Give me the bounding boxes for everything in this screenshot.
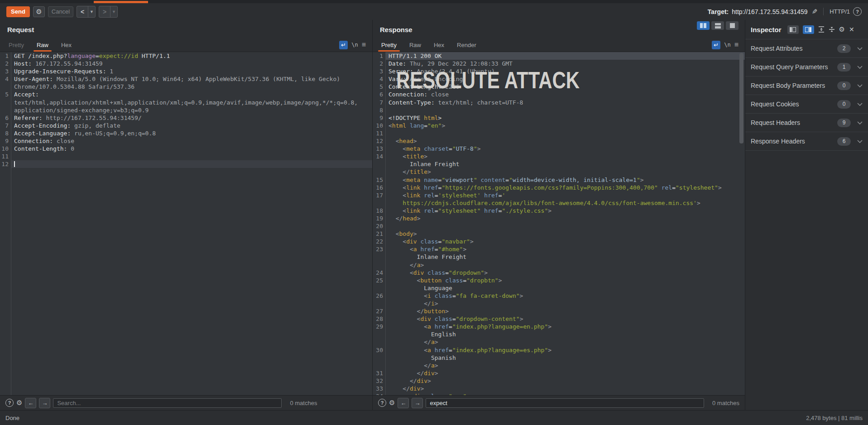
code-line[interactable]: 11	[0, 153, 372, 160]
code-line[interactable]: 12	[0, 160, 372, 168]
search-next-button[interactable]: →	[39, 398, 50, 408]
code-line[interactable]: 2Host: 167.172.55.94:31459	[0, 60, 372, 67]
request-editor[interactable]: 1GET /index.php?language=expect://id HTT…	[0, 52, 372, 395]
code-line[interactable]: 26 <i class="fa fa-caret-down">	[373, 292, 745, 300]
response-scrollbar[interactable]	[739, 53, 743, 143]
word-wrap-toggle-icon[interactable]: ↵	[712, 41, 720, 49]
search-prev-button[interactable]: ←	[398, 398, 409, 408]
code-line[interactable]: 18 <link rel="stylesheet" href="./style.…	[373, 207, 745, 215]
code-line[interactable]: 32 </div>	[373, 377, 745, 385]
editor-menu-icon[interactable]: ≡	[362, 41, 366, 49]
code-line[interactable]: </a>	[373, 261, 745, 269]
code-line[interactable]: 6Connection: close	[373, 91, 745, 98]
back-button[interactable]: <	[77, 6, 88, 17]
code-line[interactable]: 4Vary: Accept-Encoding	[373, 75, 745, 83]
code-line[interactable]: 27 </button>	[373, 307, 745, 315]
code-line[interactable]: 6Referer: http://167.172.55.94:31459/	[0, 114, 372, 122]
code-line[interactable]: 14 <title>	[373, 153, 745, 160]
code-line[interactable]: Inlane Freight	[373, 253, 745, 261]
code-line[interactable]: 7Content-Type: text/html; charset=UTF-8	[373, 99, 745, 106]
http-version-label[interactable]: HTTP/1	[830, 8, 850, 15]
code-line[interactable]: 31 </div>	[373, 369, 745, 377]
code-line[interactable]: text/html,application/xhtml+xml,applicat…	[0, 99, 372, 106]
inspector-section[interactable]: Request Body Parameters 0	[745, 76, 868, 95]
search-settings-gear-icon[interactable]: ⚙	[16, 399, 22, 407]
response-tab-raw[interactable]: Raw	[408, 38, 422, 52]
back-dropdown-icon[interactable]: ▼	[88, 6, 95, 17]
layout-columns-button[interactable]	[697, 21, 710, 30]
code-line[interactable]: English	[373, 330, 745, 338]
code-line[interactable]: </a>	[373, 362, 745, 369]
cancel-button[interactable]: Cancel	[48, 6, 73, 17]
code-line[interactable]: Language	[373, 284, 745, 292]
search-next-button[interactable]: →	[412, 398, 423, 408]
collapse-all-icon[interactable]	[829, 26, 835, 33]
code-line[interactable]: 24 <div class="dropdown">	[373, 269, 745, 277]
code-line[interactable]: 5Content-Length: 2286	[373, 83, 745, 91]
code-line[interactable]: Spanish	[373, 354, 745, 362]
response-tab-hex[interactable]: Hex	[432, 38, 446, 52]
inspector-section[interactable]: Response Headers 6	[745, 132, 868, 151]
code-line[interactable]: 28 <div class="dropdown-content">	[373, 315, 745, 323]
show-newlines-icon[interactable]: \n	[351, 42, 358, 48]
layout-single-button[interactable]	[726, 21, 739, 30]
forward-button[interactable]: >	[99, 6, 110, 17]
layout-rows-button[interactable]	[711, 21, 724, 30]
search-help-icon[interactable]: ?	[378, 399, 386, 407]
code-line[interactable]: 15 <meta name="viewport" content="width=…	[373, 176, 745, 184]
code-line[interactable]: 9Connection: close	[0, 137, 372, 145]
request-tab-raw[interactable]: Raw	[35, 38, 50, 52]
code-line[interactable]: 7Accept-Encoding: gzip, deflate	[0, 122, 372, 129]
send-button[interactable]: Send	[6, 6, 30, 17]
inspector-close-icon[interactable]: ✕	[849, 26, 854, 33]
code-line[interactable]: 29 <a href="index.php?language=en.php">	[373, 323, 745, 330]
dock-left-button[interactable]	[787, 25, 799, 34]
code-line[interactable]: </a>	[373, 338, 745, 346]
request-search-input[interactable]	[53, 398, 282, 408]
code-line[interactable]: 3Server: Apache/2.4.41 (Ubuntu)	[373, 67, 745, 75]
forward-dropdown-icon[interactable]: ▼	[110, 6, 117, 17]
code-line[interactable]: 19 </head>	[373, 215, 745, 222]
word-wrap-toggle-icon[interactable]: ↵	[339, 41, 348, 49]
code-line[interactable]: 8Accept-Language: ru,en-US;q=0.9,en;q=0.…	[0, 129, 372, 137]
code-line[interactable]: 11	[373, 129, 745, 137]
response-search-input[interactable]	[426, 398, 704, 408]
code-line[interactable]: 21 <body>	[373, 230, 745, 238]
send-settings-gear-icon[interactable]: ⚙	[33, 6, 45, 17]
code-line[interactable]: </title>	[373, 168, 745, 176]
code-line[interactable]: 4User-Agent: Mozilla/5.0 (Windows NT 10.…	[0, 75, 372, 83]
code-line[interactable]: 3Upgrade-Insecure-Requests: 1	[0, 67, 372, 75]
inspector-section[interactable]: Request Headers 9	[745, 114, 868, 132]
code-line[interactable]: 13 <meta charset="UTF-8">	[373, 145, 745, 153]
edit-target-pencil-icon[interactable]: ✎	[812, 8, 818, 16]
code-line[interactable]: application/signed-exchange;v=b3;q=0.9	[0, 106, 372, 114]
editor-menu-icon[interactable]: ≡	[734, 41, 739, 49]
code-line[interactable]: 10<html lang="en">	[373, 122, 745, 129]
code-line[interactable]: </i>	[373, 300, 745, 307]
code-line[interactable]: Chrome/107.0.5304.88 Safari/537.36	[0, 83, 372, 91]
request-tab-hex[interactable]: Hex	[60, 38, 73, 52]
code-line[interactable]: 33 </div>	[373, 385, 745, 392]
code-line[interactable]: 1GET /index.php?language=expect://id HTT…	[0, 52, 372, 60]
inspector-section[interactable]: Request Query Parameters 1	[745, 58, 868, 76]
code-line[interactable]: 9<!DOCTYPE html>	[373, 114, 745, 122]
code-line[interactable]: 23 <a href="#home">	[373, 245, 745, 253]
code-line[interactable]: 5Accept:	[0, 91, 372, 98]
request-tab-pretty[interactable]: Pretty	[7, 38, 25, 52]
search-prev-button[interactable]: ←	[25, 398, 36, 408]
code-line[interactable]: 12 <head>	[373, 137, 745, 145]
search-help-icon[interactable]: ?	[5, 399, 14, 407]
help-icon[interactable]: ?	[853, 7, 862, 16]
code-line[interactable]: 25 <button class="dropbtn">	[373, 277, 745, 284]
code-line[interactable]: 17 <link rel='stylesheet' href='	[373, 191, 745, 199]
expand-all-icon[interactable]	[818, 26, 825, 33]
code-line[interactable]: 10Content-Length: 0	[0, 145, 372, 153]
inspector-settings-gear-icon[interactable]: ⚙	[839, 25, 845, 33]
code-line[interactable]: 16 <link href="https://fonts.googleapis.…	[373, 184, 745, 191]
code-line[interactable]: 2Date: Thu, 29 Dec 2022 12:08:33 GMT	[373, 60, 745, 67]
code-line[interactable]: 22 <div class="navbar">	[373, 238, 745, 245]
response-tab-pretty[interactable]: Pretty	[380, 38, 398, 52]
code-line[interactable]: Inlane Freight	[373, 160, 745, 168]
code-line[interactable]: 1HTTP/1.1 200 OK	[373, 52, 745, 60]
code-line[interactable]: https://cdnjs.cloudflare.com/ajax/libs/f…	[373, 199, 745, 207]
